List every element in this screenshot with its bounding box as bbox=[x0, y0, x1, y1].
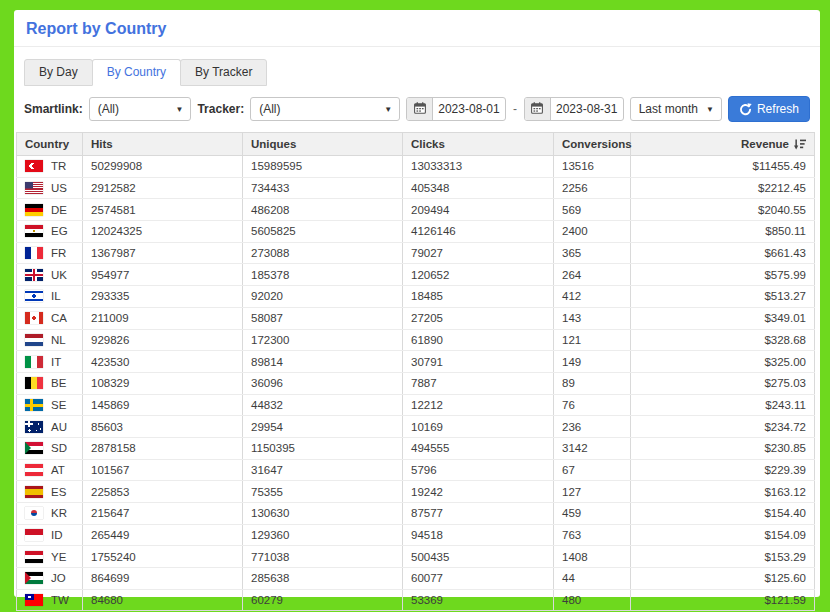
revenue-cell: $153.29 bbox=[631, 546, 815, 568]
revenue-cell: $154.09 bbox=[631, 524, 815, 546]
revenue-cell: $230.85 bbox=[631, 437, 815, 459]
table-row[interactable]: IT 423530 89814 30791 149 $325.00 bbox=[17, 351, 815, 373]
table-row[interactable]: YE 1755240 771038 500435 1408 $153.29 bbox=[17, 546, 815, 568]
uniques-cell: 58087 bbox=[243, 307, 403, 329]
country-code: AT bbox=[51, 464, 65, 476]
clicks-cell: 405348 bbox=[403, 177, 554, 199]
revenue-cell: $275.03 bbox=[631, 372, 815, 394]
column-header-country[interactable]: Country bbox=[17, 133, 83, 156]
smartlink-select-value: (All) bbox=[98, 102, 119, 116]
flag-icon-il bbox=[25, 290, 43, 302]
table-row[interactable]: UK 954977 185378 120652 264 $575.99 bbox=[17, 264, 815, 286]
country-code: CA bbox=[51, 312, 67, 324]
table-row[interactable]: EG 12024325 5605825 4126146 2400 $850.11 bbox=[17, 221, 815, 243]
country-code: UK bbox=[51, 269, 67, 281]
uniques-cell: 31647 bbox=[243, 459, 403, 481]
uniques-cell: 172300 bbox=[243, 329, 403, 351]
hits-cell: 1755240 bbox=[83, 546, 243, 568]
flag-icon-tw bbox=[25, 594, 43, 606]
conversions-cell: 121 bbox=[554, 329, 631, 351]
revenue-cell: $349.01 bbox=[631, 307, 815, 329]
hits-cell: 108329 bbox=[83, 372, 243, 394]
hits-cell: 85603 bbox=[83, 416, 243, 438]
table-row[interactable]: CA 211009 58087 27205 143 $349.01 bbox=[17, 307, 815, 329]
table-row[interactable]: SD 2878158 1150395 494555 3142 $230.85 bbox=[17, 437, 815, 459]
revenue-cell: $661.43 bbox=[631, 242, 815, 264]
table-row[interactable]: AT 101567 31647 5796 67 $229.39 bbox=[17, 459, 815, 481]
clicks-cell: 5796 bbox=[403, 459, 554, 481]
hits-cell: 145869 bbox=[83, 394, 243, 416]
refresh-button[interactable]: Refresh bbox=[728, 96, 810, 122]
table-row[interactable]: TW 84680 60279 53369 480 $121.59 bbox=[17, 589, 815, 611]
hits-cell: 84680 bbox=[83, 589, 243, 611]
table-row[interactable]: SE 145869 44832 12212 76 $243.11 bbox=[17, 394, 815, 416]
conversions-cell: 89 bbox=[554, 372, 631, 394]
table-row[interactable]: NL 929826 172300 61890 121 $328.68 bbox=[17, 329, 815, 351]
column-header-clicks[interactable]: Clicks bbox=[403, 133, 554, 156]
flag-icon-eg bbox=[25, 225, 43, 237]
tab-by-country[interactable]: By Country bbox=[92, 59, 181, 86]
revenue-cell: $229.39 bbox=[631, 459, 815, 481]
smartlink-select[interactable]: (All) ▼ bbox=[89, 97, 192, 121]
table-row[interactable]: DE 2574581 486208 209494 569 $2040.55 bbox=[17, 199, 815, 221]
hits-cell: 211009 bbox=[83, 307, 243, 329]
clicks-cell: 27205 bbox=[403, 307, 554, 329]
date-from-calendar-button[interactable] bbox=[407, 98, 433, 120]
hits-cell: 2878158 bbox=[83, 437, 243, 459]
date-range-separator: - bbox=[512, 102, 518, 116]
column-header-hits[interactable]: Hits bbox=[83, 133, 243, 156]
clicks-cell: 87577 bbox=[403, 503, 554, 525]
revenue-cell: $325.00 bbox=[631, 351, 815, 373]
date-from-input[interactable]: 2023-08-01 bbox=[433, 98, 505, 120]
clicks-cell: 500435 bbox=[403, 546, 554, 568]
conversions-cell: 76 bbox=[554, 394, 631, 416]
clicks-cell: 120652 bbox=[403, 264, 554, 286]
table-row[interactable]: ES 225853 75355 19242 127 $163.12 bbox=[17, 481, 815, 503]
date-to-calendar-button[interactable] bbox=[525, 98, 551, 120]
tab-by-tracker[interactable]: By Tracker bbox=[180, 59, 267, 86]
country-code: TR bbox=[51, 160, 66, 172]
conversions-cell: 2400 bbox=[554, 221, 631, 243]
flag-icon-de bbox=[25, 204, 43, 216]
table-row[interactable]: IL 293335 92020 18485 412 $513.27 bbox=[17, 286, 815, 308]
revenue-cell: $125.60 bbox=[631, 568, 815, 590]
date-to-input[interactable]: 2023-08-31 bbox=[551, 98, 623, 120]
uniques-cell: 89814 bbox=[243, 351, 403, 373]
report-panel: Report by Country By Day By Country By T… bbox=[14, 10, 820, 597]
table-row[interactable]: FR 1367987 273088 79027 365 $661.43 bbox=[17, 242, 815, 264]
conversions-cell: 44 bbox=[554, 568, 631, 590]
hits-cell: 293335 bbox=[83, 286, 243, 308]
hits-cell: 50299908 bbox=[83, 156, 243, 178]
table-row[interactable]: US 2912582 734433 405348 2256 $2212.45 bbox=[17, 177, 815, 199]
table-row[interactable]: KR 215647 130630 87577 459 $154.40 bbox=[17, 503, 815, 525]
filter-bar: Smartlink: (All) ▼ Tracker: (All) ▼ bbox=[24, 96, 810, 122]
table-row[interactable]: ID 265449 129360 94518 763 $154.09 bbox=[17, 524, 815, 546]
table-row[interactable]: JO 864699 285638 60077 44 $125.60 bbox=[17, 568, 815, 590]
column-header-revenue[interactable]: Revenue bbox=[631, 133, 815, 156]
column-header-uniques[interactable]: Uniques bbox=[243, 133, 403, 156]
flag-icon-it bbox=[25, 356, 43, 368]
uniques-cell: 129360 bbox=[243, 524, 403, 546]
hits-cell: 215647 bbox=[83, 503, 243, 525]
table-row[interactable]: TR 50299908 15989595 13033313 13516 $114… bbox=[17, 156, 815, 178]
table-row[interactable]: BE 108329 36096 7887 89 $275.03 bbox=[17, 372, 815, 394]
country-code: AU bbox=[51, 421, 67, 433]
sort-descending-icon bbox=[793, 139, 806, 150]
column-header-conversions[interactable]: Conversions bbox=[554, 133, 631, 156]
date-preset-select[interactable]: Last month ▼ bbox=[630, 97, 722, 121]
clicks-cell: 30791 bbox=[403, 351, 554, 373]
tracker-select[interactable]: (All) ▼ bbox=[250, 97, 400, 121]
country-code: DE bbox=[51, 204, 67, 216]
flag-icon-ye bbox=[25, 551, 43, 563]
conversions-cell: 569 bbox=[554, 199, 631, 221]
flag-icon-es bbox=[25, 486, 43, 498]
report-table: Country Hits Uniques Clicks Conversions … bbox=[16, 132, 815, 611]
conversions-cell: 1408 bbox=[554, 546, 631, 568]
revenue-cell: $234.72 bbox=[631, 416, 815, 438]
table-row[interactable]: AU 85603 29954 10169 236 $234.72 bbox=[17, 416, 815, 438]
date-from-group: 2023-08-01 bbox=[406, 97, 506, 121]
tab-by-day[interactable]: By Day bbox=[24, 59, 93, 86]
uniques-cell: 1150395 bbox=[243, 437, 403, 459]
clicks-cell: 7887 bbox=[403, 372, 554, 394]
revenue-cell: $163.12 bbox=[631, 481, 815, 503]
